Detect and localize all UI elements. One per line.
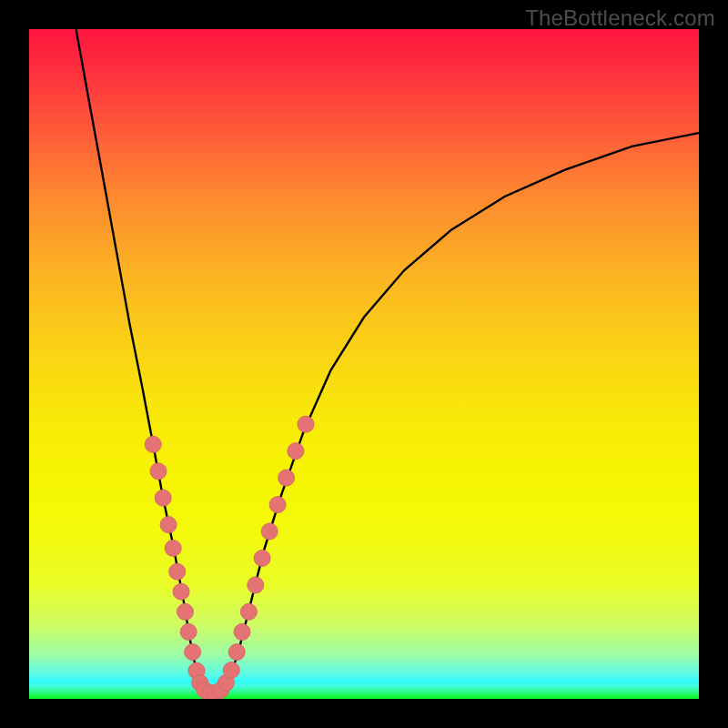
- chart-svg: [29, 29, 699, 699]
- chart-frame: TheBottleneck.com: [0, 0, 728, 728]
- data-dot: [180, 623, 197, 640]
- data-dot: [185, 644, 201, 661]
- data-dot: [173, 583, 189, 600]
- data-dot: [254, 550, 270, 566]
- data-dot: [155, 490, 171, 506]
- data-dot: [298, 416, 314, 432]
- bottleneck-curve: [76, 29, 700, 693]
- data-dot: [288, 443, 304, 460]
- data-dot: [248, 577, 264, 593]
- data-dot: [234, 623, 250, 640]
- data-dot: [261, 523, 278, 540]
- data-dot: [278, 470, 295, 486]
- data-dot: [240, 603, 257, 620]
- plot-area: [29, 29, 699, 699]
- data-dot: [228, 644, 245, 661]
- watermark-text: TheBottleneck.com: [525, 5, 715, 31]
- data-dot: [150, 463, 167, 480]
- data-dot: [169, 563, 186, 580]
- data-dot: [269, 497, 286, 513]
- data-dot: [145, 436, 161, 452]
- data-dot: [160, 517, 177, 533]
- data-dots: [145, 416, 314, 699]
- data-dot: [165, 540, 181, 556]
- data-dot: [177, 603, 194, 620]
- data-dot: [223, 662, 239, 678]
